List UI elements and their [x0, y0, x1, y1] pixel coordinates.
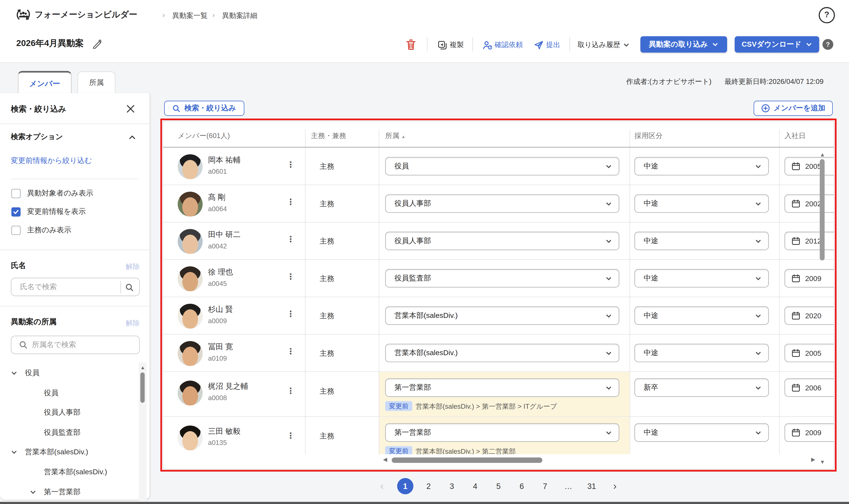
- checkbox-unchecked[interactable]: [12, 226, 21, 235]
- hire-type-select[interactable]: 中途: [635, 232, 769, 250]
- pagination-page[interactable]: 2: [420, 478, 437, 494]
- hire-type-select[interactable]: 新卒: [635, 378, 769, 397]
- hire-type-select[interactable]: 中途: [635, 306, 769, 325]
- csv-help-icon[interactable]: ?: [822, 39, 833, 50]
- tree-item[interactable]: 役員人事部: [0, 406, 136, 419]
- hire-type-select[interactable]: 中途: [635, 344, 769, 362]
- org-select[interactable]: 役員人事部: [385, 232, 619, 250]
- org-select[interactable]: 役員監査部: [385, 269, 619, 287]
- member-name[interactable]: 冨田 寛: [208, 342, 233, 352]
- hire-date-field[interactable]: 2009: [785, 269, 834, 287]
- submit-button[interactable]: 提出: [534, 40, 560, 50]
- checkbox-row[interactable]: 変更前情報を表示: [12, 207, 86, 217]
- csv-download-button[interactable]: CSVダウンロード: [735, 36, 819, 53]
- scroll-up-icon[interactable]: ▲: [820, 151, 825, 157]
- help-icon[interactable]: ?: [819, 7, 835, 23]
- delete-button[interactable]: [406, 39, 416, 50]
- kebab-menu-icon[interactable]: ⋮: [287, 197, 295, 207]
- chevron-down-icon[interactable]: [30, 489, 36, 495]
- org-select[interactable]: 第一営業部: [385, 378, 619, 397]
- checkbox-row[interactable]: 主務のみ表示: [12, 225, 71, 235]
- pagination-page[interactable]: 1: [397, 478, 414, 494]
- filter-by-before-link[interactable]: 変更前情報から絞り込む: [11, 156, 92, 166]
- kebab-menu-icon[interactable]: ⋮: [287, 272, 295, 282]
- import-plan-button[interactable]: 異動案の取り込み: [640, 36, 727, 53]
- checkbox-checked[interactable]: [12, 207, 21, 216]
- avatar: [178, 341, 203, 366]
- name-filter-clear[interactable]: 解除: [126, 262, 140, 272]
- pagination-prev-icon[interactable]: ‹: [374, 478, 390, 494]
- scroll-down-icon[interactable]: ▼: [820, 459, 825, 465]
- scroll-up-icon[interactable]: ▲: [140, 365, 145, 371]
- tab-departments[interactable]: 所属: [77, 71, 115, 94]
- org-select[interactable]: 第一営業部: [385, 424, 619, 442]
- pagination-page[interactable]: 5: [490, 478, 507, 494]
- close-icon[interactable]: [125, 104, 136, 114]
- checkbox-unchecked[interactable]: [12, 189, 21, 198]
- confirm-request-button[interactable]: ? 確認依頼: [483, 40, 523, 50]
- horizontal-scrollbar-thumb[interactable]: [392, 457, 542, 463]
- org-select[interactable]: 役員: [385, 157, 619, 175]
- org-select[interactable]: 営業本部(salesDiv.): [385, 344, 619, 362]
- hire-date-field[interactable]: 2009: [785, 424, 834, 442]
- org-filter-clear[interactable]: 解除: [126, 318, 140, 328]
- member-name[interactable]: 三田 敏毅: [208, 427, 241, 436]
- tab-members[interactable]: メンバー: [18, 71, 71, 95]
- hire-date-field[interactable]: 2012: [785, 232, 834, 250]
- member-name[interactable]: 岡本 祐輔: [208, 155, 241, 165]
- search-filter-button[interactable]: 検索・絞り込み: [164, 101, 244, 116]
- member-name[interactable]: 髙 剛: [208, 193, 225, 202]
- hire-date-field[interactable]: 2005: [785, 344, 834, 362]
- org-select[interactable]: 役員人事部: [385, 194, 619, 213]
- member-name[interactable]: 梶沼 見之輔: [208, 382, 248, 391]
- pagination-page[interactable]: 6: [514, 478, 530, 494]
- hire-type-select[interactable]: 中途: [635, 269, 769, 287]
- kebab-menu-icon[interactable]: ⋮: [287, 160, 295, 169]
- name-search-input[interactable]: 氏名で検索: [11, 278, 140, 296]
- tree-scrollbar-thumb[interactable]: [140, 373, 145, 403]
- kebab-menu-icon[interactable]: ⋮: [287, 386, 295, 396]
- hire-type-select[interactable]: 中途: [635, 157, 769, 175]
- tree-item[interactable]: 役員: [0, 366, 136, 380]
- chevron-up-icon[interactable]: [128, 133, 137, 142]
- pagination-page[interactable]: 4: [467, 478, 483, 494]
- col-header-org[interactable]: 所属 ▲: [385, 131, 405, 141]
- kebab-menu-icon[interactable]: ⋮: [287, 309, 295, 319]
- member-name[interactable]: 徐 理也: [208, 267, 233, 277]
- add-member-button[interactable]: メンバーを追加: [753, 101, 833, 116]
- hire-date-field[interactable]: 2005: [785, 157, 834, 175]
- kebab-menu-icon[interactable]: ⋮: [287, 431, 295, 441]
- kebab-menu-icon[interactable]: ⋮: [287, 234, 295, 244]
- import-history-button[interactable]: 取り込み履歴: [577, 40, 629, 50]
- vertical-scrollbar-thumb[interactable]: [820, 159, 825, 260]
- hire-date-field[interactable]: 2020: [785, 306, 834, 325]
- tree-item[interactable]: 営業本部(salesDiv.): [0, 466, 136, 479]
- chevron-down-icon[interactable]: [11, 449, 17, 455]
- checkbox-row[interactable]: 異動対象者のみ表示: [12, 188, 93, 198]
- pagination-page[interactable]: 7: [537, 478, 553, 494]
- hire-type-select[interactable]: 中途: [635, 194, 769, 213]
- member-name[interactable]: 杉山 賢: [208, 305, 233, 314]
- pagination-page[interactable]: 3: [444, 478, 460, 494]
- pagination-page[interactable]: 31: [584, 478, 600, 494]
- tree-item[interactable]: 役員: [0, 386, 136, 399]
- org-select[interactable]: 営業本部(salesDiv.): [385, 306, 619, 325]
- tree-item[interactable]: 役員監査部: [0, 426, 136, 439]
- duplicate-button[interactable]: 複製: [438, 40, 464, 50]
- kebab-menu-icon[interactable]: ⋮: [287, 346, 295, 356]
- tree-item[interactable]: 第一営業部: [0, 485, 136, 499]
- plan-title: 2026年4月異動案: [16, 38, 84, 49]
- search-icon[interactable]: [125, 283, 134, 292]
- hire-date-field[interactable]: 2006: [785, 378, 834, 397]
- hire-type-select[interactable]: 中途: [635, 424, 769, 442]
- pagination-next-icon[interactable]: ›: [607, 478, 623, 494]
- hire-date-field[interactable]: 2002: [785, 194, 834, 213]
- breadcrumb-plan-list[interactable]: 異動案一覧: [172, 11, 207, 21]
- chevron-down-icon[interactable]: [11, 370, 17, 376]
- member-name[interactable]: 田中 研二: [208, 230, 241, 240]
- tree-item[interactable]: 営業本部(salesDiv.): [0, 446, 136, 459]
- org-search-input[interactable]: 所属名で検索: [11, 336, 140, 354]
- edit-pencil-icon[interactable]: [92, 39, 101, 49]
- scroll-right-icon[interactable]: ▶: [811, 456, 815, 462]
- scroll-left-icon[interactable]: ◀: [383, 456, 387, 462]
